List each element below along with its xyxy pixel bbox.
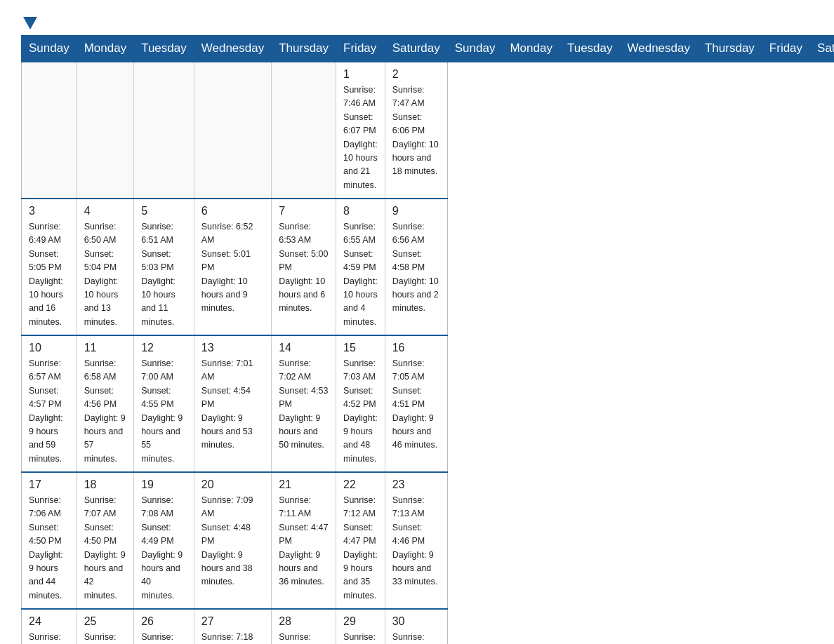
day-info: Sunrise: 7:15 AMSunset: 4:45 PMDaylight:…	[84, 631, 126, 644]
calendar-cell: 30Sunrise: 7:21 AMSunset: 4:43 PMDayligh…	[385, 609, 447, 644]
day-number: 16	[392, 342, 440, 354]
week-row-0: 1Sunrise: 7:46 AMSunset: 6:07 PMDaylight…	[22, 62, 835, 199]
calendar-header: SundayMondayTuesdayWednesdayThursdayFrid…	[22, 36, 835, 62]
day-number: 25	[84, 615, 126, 628]
day-number: 14	[279, 342, 329, 354]
day-number: 26	[141, 615, 187, 628]
header-thursday: Thursday	[697, 36, 762, 62]
calendar-table: SundayMondayTuesdayWednesdayThursdayFrid…	[21, 35, 834, 644]
day-number: 20	[201, 478, 264, 491]
day-info: Sunrise: 7:19 AMSunset: 4:44 PMDaylight:…	[279, 631, 329, 644]
header-sunday: Sunday	[447, 36, 503, 62]
day-info: Sunrise: 7:11 AMSunset: 4:47 PMDaylight:…	[279, 494, 329, 589]
calendar-cell: 2Sunrise: 7:47 AMSunset: 6:06 PMDaylight…	[385, 62, 447, 199]
day-info: Sunrise: 7:03 AMSunset: 4:52 PMDaylight:…	[343, 357, 378, 466]
day-number: 17	[29, 478, 70, 491]
day-number: 11	[84, 342, 126, 354]
day-info: Sunrise: 6:53 AMSunset: 5:00 PMDaylight:…	[279, 220, 329, 316]
day-number: 21	[279, 478, 329, 491]
day-info: Sunrise: 6:58 AMSunset: 4:56 PMDaylight:…	[84, 357, 126, 466]
calendar-cell: 6Sunrise: 6:52 AMSunset: 5:01 PMDaylight…	[194, 199, 271, 335]
day-number: 24	[29, 615, 70, 628]
calendar-cell: 1Sunrise: 7:46 AMSunset: 6:07 PMDaylight…	[336, 62, 385, 199]
day-info: Sunrise: 6:52 AMSunset: 5:01 PMDaylight:…	[201, 220, 264, 316]
logo-triangle-icon	[23, 17, 37, 29]
day-info: Sunrise: 7:09 AMSunset: 4:48 PMDaylight:…	[201, 494, 264, 589]
day-number: 27	[201, 615, 264, 628]
header-wednesday: Wednesday	[620, 36, 697, 62]
header-saturday: Saturday	[810, 36, 834, 62]
day-number: 19	[141, 478, 187, 491]
calendar-cell	[77, 62, 133, 199]
day-info: Sunrise: 7:13 AMSunset: 4:46 PMDaylight:…	[392, 494, 440, 589]
calendar-cell: 23Sunrise: 7:13 AMSunset: 4:46 PMDayligh…	[385, 472, 447, 609]
header-row: SundayMondayTuesdayWednesdayThursdayFrid…	[22, 36, 835, 62]
day-number: 1	[343, 68, 378, 81]
header-friday: Friday	[762, 36, 809, 62]
day-info: Sunrise: 7:02 AMSunset: 4:53 PMDaylight:…	[279, 357, 329, 452]
header-saturday: Saturday	[385, 36, 447, 62]
calendar-cell: 9Sunrise: 6:56 AMSunset: 4:58 PMDaylight…	[385, 199, 447, 335]
day-number: 10	[29, 342, 70, 354]
calendar-cell: 29Sunrise: 7:20 AMSunset: 4:43 PMDayligh…	[336, 609, 385, 644]
day-info: Sunrise: 7:00 AMSunset: 4:55 PMDaylight:…	[141, 357, 187, 466]
day-number: 23	[392, 478, 440, 491]
calendar-cell: 26Sunrise: 7:16 AMSunset: 4:45 PMDayligh…	[134, 609, 194, 644]
day-info: Sunrise: 6:56 AMSunset: 4:58 PMDaylight:…	[392, 220, 440, 316]
calendar-cell: 20Sunrise: 7:09 AMSunset: 4:48 PMDayligh…	[194, 472, 271, 609]
day-number: 2	[392, 68, 440, 81]
calendar-cell: 22Sunrise: 7:12 AMSunset: 4:47 PMDayligh…	[336, 472, 385, 609]
calendar-cell: 21Sunrise: 7:11 AMSunset: 4:47 PMDayligh…	[272, 472, 336, 609]
calendar-cell: 28Sunrise: 7:19 AMSunset: 4:44 PMDayligh…	[272, 609, 336, 644]
calendar-cell: 16Sunrise: 7:05 AMSunset: 4:51 PMDayligh…	[385, 335, 447, 472]
calendar-cell: 24Sunrise: 7:14 AMSunset: 4:46 PMDayligh…	[22, 609, 77, 644]
day-info: Sunrise: 7:08 AMSunset: 4:49 PMDaylight:…	[141, 494, 187, 603]
day-info: Sunrise: 7:16 AMSunset: 4:45 PMDaylight:…	[141, 631, 187, 644]
day-info: Sunrise: 7:01 AMSunset: 4:54 PMDaylight:…	[201, 357, 264, 452]
calendar-cell: 18Sunrise: 7:07 AMSunset: 4:50 PMDayligh…	[77, 472, 133, 609]
week-row-3: 17Sunrise: 7:06 AMSunset: 4:50 PMDayligh…	[22, 472, 835, 609]
header-sunday: Sunday	[22, 36, 77, 62]
header-monday: Monday	[503, 36, 560, 62]
calendar-cell: 15Sunrise: 7:03 AMSunset: 4:52 PMDayligh…	[336, 335, 385, 472]
day-info: Sunrise: 7:20 AMSunset: 4:43 PMDaylight:…	[343, 631, 378, 644]
calendar-cell: 12Sunrise: 7:00 AMSunset: 4:55 PMDayligh…	[134, 335, 194, 472]
calendar-cell	[272, 62, 336, 199]
day-info: Sunrise: 6:51 AMSunset: 5:03 PMDaylight:…	[141, 220, 187, 329]
calendar-cell: 13Sunrise: 7:01 AMSunset: 4:54 PMDayligh…	[194, 335, 271, 472]
day-number: 30	[392, 615, 440, 628]
calendar-cell: 5Sunrise: 6:51 AMSunset: 5:03 PMDaylight…	[134, 199, 194, 335]
calendar-cell: 27Sunrise: 7:18 AMSunset: 4:44 PMDayligh…	[194, 609, 271, 644]
calendar-cell: 11Sunrise: 6:58 AMSunset: 4:56 PMDayligh…	[77, 335, 133, 472]
header-tuesday: Tuesday	[134, 36, 194, 62]
header-monday: Monday	[77, 36, 133, 62]
header-wednesday: Wednesday	[194, 36, 271, 62]
header-friday: Friday	[336, 36, 385, 62]
day-info: Sunrise: 6:50 AMSunset: 5:04 PMDaylight:…	[84, 220, 126, 329]
day-info: Sunrise: 7:07 AMSunset: 4:50 PMDaylight:…	[84, 494, 126, 603]
logo	[21, 14, 37, 28]
page-header	[21, 14, 813, 28]
day-number: 9	[392, 205, 440, 217]
day-number: 13	[201, 342, 264, 354]
day-info: Sunrise: 7:21 AMSunset: 4:43 PMDaylight:…	[392, 631, 440, 644]
day-number: 5	[141, 205, 187, 217]
header-thursday: Thursday	[272, 36, 336, 62]
week-row-4: 24Sunrise: 7:14 AMSunset: 4:46 PMDayligh…	[22, 609, 835, 644]
day-info: Sunrise: 7:14 AMSunset: 4:46 PMDaylight:…	[29, 631, 70, 644]
day-number: 3	[29, 205, 70, 217]
week-row-2: 10Sunrise: 6:57 AMSunset: 4:57 PMDayligh…	[22, 335, 835, 472]
header-tuesday: Tuesday	[560, 36, 620, 62]
day-number: 18	[84, 478, 126, 491]
day-info: Sunrise: 7:12 AMSunset: 4:47 PMDaylight:…	[343, 494, 378, 603]
day-number: 15	[343, 342, 378, 354]
day-info: Sunrise: 7:18 AMSunset: 4:44 PMDaylight:…	[201, 631, 264, 644]
day-number: 28	[279, 615, 329, 628]
day-number: 8	[343, 205, 378, 217]
day-info: Sunrise: 6:55 AMSunset: 4:59 PMDaylight:…	[343, 220, 378, 329]
day-info: Sunrise: 6:49 AMSunset: 5:05 PMDaylight:…	[29, 220, 70, 329]
day-info: Sunrise: 7:05 AMSunset: 4:51 PMDaylight:…	[392, 357, 440, 452]
day-number: 22	[343, 478, 378, 491]
calendar-cell: 17Sunrise: 7:06 AMSunset: 4:50 PMDayligh…	[22, 472, 77, 609]
day-number: 4	[84, 205, 126, 217]
